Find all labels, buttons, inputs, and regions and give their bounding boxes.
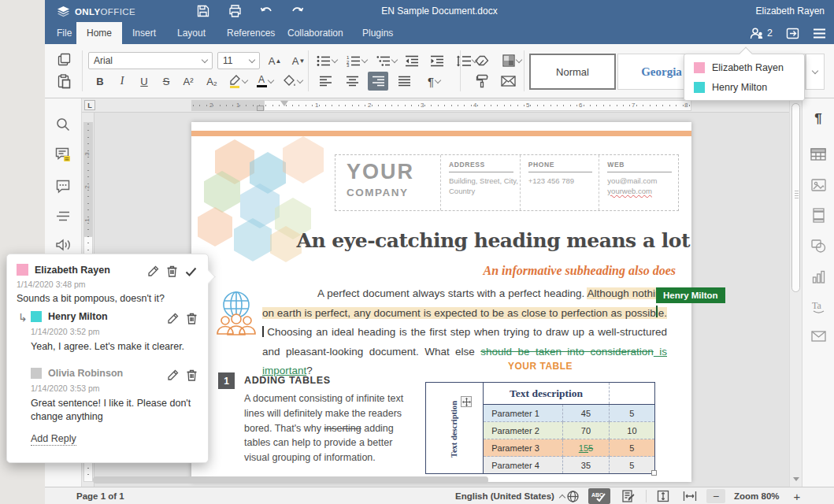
tab-stop-selector[interactable]: L [84,100,95,110]
set-language-button[interactable] [563,487,582,504]
table-cell[interactable]: 70 [563,422,610,439]
horizontal-ruler[interactable]: 2 1 1 2 3 4 5 6 7 8 [82,98,789,113]
ruler-number: 7 [632,102,635,109]
document-page[interactable]: YOUR COMPANY ADDRESS Building, Street, C… [191,122,691,482]
navigation-button[interactable] [54,207,72,224]
font-color-button[interactable]: A [253,72,276,90]
tab-references[interactable]: References [217,22,285,44]
chat-button[interactable] [54,177,72,195]
superscript-button[interactable]: A² [179,72,198,90]
zoom-out-button[interactable]: − [706,489,725,503]
section-paragraph[interactable]: A document consisting of infinite text l… [244,391,416,465]
style-normal[interactable]: Normal [529,54,616,90]
italic-button[interactable]: I [113,72,132,90]
shading-color-button[interactable] [280,72,305,90]
search-button[interactable] [54,116,72,133]
ruler-number: 2 [368,102,371,109]
tab-plugins[interactable]: Plugins [352,22,403,44]
tab-layout[interactable]: Layout [167,22,216,44]
increase-font-button[interactable]: A▲ [265,52,284,69]
zoom-in-button[interactable]: + [788,487,806,504]
menu-tab-bar: File Home Insert Layout References Colla… [45,22,834,44]
table-cell[interactable]: 10 [609,422,654,439]
font-name-select[interactable]: Arial [88,52,213,69]
table-cell[interactable]: 35 [563,457,610,474]
copy-style-button[interactable] [473,72,491,90]
language-select[interactable]: English (United States) [455,487,565,504]
vertical-scrollbar-thumb[interactable] [791,103,800,292]
document-table[interactable]: Text description Text description Parame… [425,382,655,474]
table-move-handle[interactable] [461,396,472,407]
copy-button[interactable] [54,50,73,68]
decrease-indent-button[interactable] [402,52,421,69]
fit-page-button[interactable] [653,487,673,504]
table-cell[interactable]: 45 [563,405,610,422]
highlight-color-button[interactable] [226,72,250,90]
language-label: English (United States) [455,491,554,501]
justify-button[interactable] [395,72,413,90]
image-settings-button[interactable] [810,176,827,194]
edit-comment-button[interactable] [147,265,159,280]
mail-merge-button[interactable] [499,72,517,90]
hamburger-menu-button[interactable] [812,26,826,40]
table-cell[interactable]: Parameter 2 [484,422,563,439]
spellcheck-button[interactable]: ABC [588,488,610,504]
table-cell[interactable]: Parameter 4 [484,457,563,474]
paragraph-settings-button[interactable]: ¶ [810,110,827,128]
delete-comment-button[interactable] [167,265,177,280]
strikethrough-button[interactable]: S [157,72,176,90]
align-left-button[interactable] [316,72,335,90]
resolve-comment-button[interactable] [185,265,197,280]
table-cell[interactable]: Parameter 3 [484,439,563,457]
nonprinting-chars-button[interactable]: ¶ [421,72,447,90]
decrease-font-button[interactable]: A▼ [289,52,308,69]
table-resize-handle[interactable] [651,470,657,476]
numbered-list-button[interactable]: 123 [344,52,369,69]
online-users-button[interactable]: 2 [750,28,773,39]
comments-button[interactable] [54,146,72,164]
align-right-button[interactable] [368,72,388,91]
underline-button[interactable]: U [135,72,154,90]
mail-merge-settings-button[interactable] [810,328,827,345]
scroll-down-button[interactable] [790,472,802,485]
subscript-button[interactable]: A₂ [202,72,221,90]
tab-collaboration[interactable]: Collaboration [277,22,354,44]
clear-style-button[interactable] [473,52,491,69]
style-gallery-expand-button[interactable] [806,54,825,90]
shape-settings-button[interactable] [810,237,827,254]
track-changes-button[interactable] [618,487,639,504]
open-file-location-button[interactable] [785,26,799,40]
text-art-settings-button[interactable]: Ta [810,298,827,315]
table-cell[interactable]: 5 [609,405,654,422]
horizontal-scrollbar-thumb[interactable] [93,476,488,484]
delete-comment-button[interactable] [187,369,197,384]
bullet-list-button[interactable] [314,52,339,69]
fit-width-button[interactable] [680,487,700,504]
paragraph-shading-button[interactable] [499,52,525,69]
web-url: yourweb.com [607,187,652,195]
vertical-scrollbar[interactable] [789,98,802,487]
add-reply-link[interactable]: Add Reply [31,433,76,446]
font-size-select[interactable]: 11 [217,52,260,69]
first-line-indent-marker[interactable] [280,101,288,106]
edit-comment-button[interactable] [167,313,179,328]
table-cell[interactable]: 5 [609,457,654,474]
edit-comment-button[interactable] [167,369,179,384]
header-footer-settings-button[interactable] [810,206,827,224]
table-cell[interactable]: Parameter 1 [484,405,563,422]
table-settings-button[interactable] [810,146,827,163]
top-bar: ONLYOFFICE EN Sample Document.docx Eliza… [45,0,834,22]
increase-indent-button[interactable] [428,52,447,69]
chart-settings-button[interactable] [810,268,827,285]
table-cell[interactable]: 155 [563,439,610,457]
align-center-button[interactable] [343,72,361,90]
left-indent-marker[interactable] [257,106,264,111]
tab-insert[interactable]: Insert [122,22,166,44]
table-cell[interactable]: 5 [609,439,654,457]
bold-button[interactable]: B [91,72,109,90]
paste-button[interactable] [54,72,73,90]
feedback-button[interactable] [54,236,72,254]
delete-comment-button[interactable] [187,313,197,328]
tab-home[interactable]: Home [76,22,122,44]
multilevel-list-button[interactable] [374,52,399,69]
